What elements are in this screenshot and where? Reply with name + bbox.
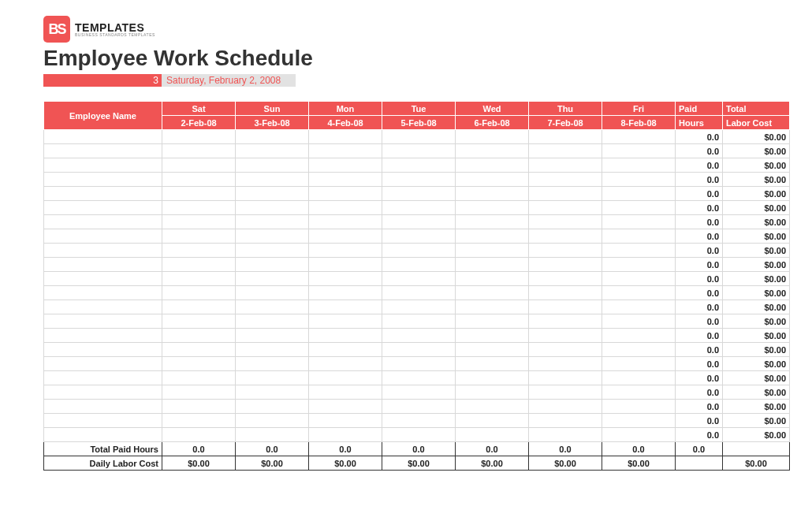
day-cell[interactable] — [382, 371, 456, 385]
day-cell[interactable] — [602, 215, 676, 229]
day-cell[interactable] — [529, 187, 602, 201]
day-cell[interactable] — [529, 343, 602, 357]
day-cell[interactable] — [236, 158, 309, 173]
day-cell[interactable] — [529, 300, 602, 314]
day-cell[interactable] — [382, 244, 456, 258]
day-cell[interactable] — [382, 187, 456, 201]
day-cell[interactable] — [529, 428, 602, 442]
day-cell[interactable] — [162, 414, 236, 428]
day-cell[interactable] — [162, 272, 236, 286]
day-cell[interactable] — [602, 272, 676, 286]
day-cell[interactable] — [382, 414, 456, 428]
day-cell[interactable] — [529, 215, 602, 229]
day-cell[interactable] — [529, 371, 602, 385]
day-cell[interactable] — [309, 201, 382, 215]
day-cell[interactable] — [602, 414, 676, 428]
day-cell[interactable] — [236, 286, 309, 300]
employee-name-cell[interactable] — [44, 272, 162, 286]
employee-name-cell[interactable] — [44, 158, 162, 173]
day-cell[interactable] — [456, 314, 529, 329]
day-cell[interactable] — [602, 158, 676, 173]
day-cell[interactable] — [236, 314, 309, 329]
day-cell[interactable] — [382, 144, 456, 158]
day-cell[interactable] — [456, 173, 529, 187]
day-cell[interactable] — [162, 130, 236, 144]
day-cell[interactable] — [162, 385, 236, 400]
day-cell[interactable] — [456, 428, 529, 442]
day-cell[interactable] — [162, 201, 236, 215]
day-cell[interactable] — [602, 229, 676, 244]
day-cell[interactable] — [602, 428, 676, 442]
day-cell[interactable] — [162, 286, 236, 300]
day-cell[interactable] — [162, 343, 236, 357]
day-cell[interactable] — [456, 286, 529, 300]
day-cell[interactable] — [529, 314, 602, 329]
day-cell[interactable] — [382, 385, 456, 400]
employee-name-cell[interactable] — [44, 357, 162, 371]
day-cell[interactable] — [382, 300, 456, 314]
day-cell[interactable] — [456, 244, 529, 258]
day-cell[interactable] — [309, 400, 382, 414]
day-cell[interactable] — [456, 385, 529, 400]
day-cell[interactable] — [382, 130, 456, 144]
day-cell[interactable] — [456, 300, 529, 314]
day-cell[interactable] — [602, 201, 676, 215]
day-cell[interactable] — [309, 158, 382, 173]
day-cell[interactable] — [529, 158, 602, 173]
day-cell[interactable] — [236, 300, 309, 314]
day-cell[interactable] — [602, 385, 676, 400]
day-cell[interactable] — [309, 187, 382, 201]
day-cell[interactable] — [602, 258, 676, 272]
day-cell[interactable] — [456, 329, 529, 343]
day-cell[interactable] — [382, 272, 456, 286]
day-cell[interactable] — [602, 244, 676, 258]
day-cell[interactable] — [382, 314, 456, 329]
day-cell[interactable] — [309, 371, 382, 385]
day-cell[interactable] — [602, 300, 676, 314]
day-cell[interactable] — [162, 258, 236, 272]
day-cell[interactable] — [236, 272, 309, 286]
day-cell[interactable] — [309, 258, 382, 272]
day-cell[interactable] — [162, 300, 236, 314]
day-cell[interactable] — [602, 130, 676, 144]
day-cell[interactable] — [602, 187, 676, 201]
day-cell[interactable] — [456, 215, 529, 229]
day-cell[interactable] — [382, 201, 456, 215]
day-cell[interactable] — [309, 414, 382, 428]
day-cell[interactable] — [382, 215, 456, 229]
day-cell[interactable] — [236, 173, 309, 187]
employee-name-cell[interactable] — [44, 329, 162, 343]
day-cell[interactable] — [456, 371, 529, 385]
day-cell[interactable] — [456, 400, 529, 414]
day-cell[interactable] — [529, 385, 602, 400]
day-cell[interactable] — [456, 158, 529, 173]
day-cell[interactable] — [236, 400, 309, 414]
day-cell[interactable] — [602, 357, 676, 371]
day-cell[interactable] — [456, 343, 529, 357]
day-cell[interactable] — [456, 187, 529, 201]
day-cell[interactable] — [602, 144, 676, 158]
employee-name-cell[interactable] — [44, 414, 162, 428]
day-cell[interactable] — [309, 144, 382, 158]
day-cell[interactable] — [309, 286, 382, 300]
employee-name-cell[interactable] — [44, 201, 162, 215]
day-cell[interactable] — [162, 329, 236, 343]
employee-name-cell[interactable] — [44, 130, 162, 144]
day-cell[interactable] — [602, 314, 676, 329]
day-cell[interactable] — [529, 272, 602, 286]
day-cell[interactable] — [162, 187, 236, 201]
day-cell[interactable] — [529, 258, 602, 272]
day-cell[interactable] — [382, 258, 456, 272]
day-cell[interactable] — [162, 173, 236, 187]
day-cell[interactable] — [162, 314, 236, 329]
day-cell[interactable] — [456, 414, 529, 428]
day-cell[interactable] — [529, 244, 602, 258]
employee-name-cell[interactable] — [44, 244, 162, 258]
day-cell[interactable] — [162, 158, 236, 173]
day-cell[interactable] — [382, 229, 456, 244]
day-cell[interactable] — [602, 400, 676, 414]
day-cell[interactable] — [309, 173, 382, 187]
employee-name-cell[interactable] — [44, 385, 162, 400]
day-cell[interactable] — [382, 329, 456, 343]
day-cell[interactable] — [162, 215, 236, 229]
